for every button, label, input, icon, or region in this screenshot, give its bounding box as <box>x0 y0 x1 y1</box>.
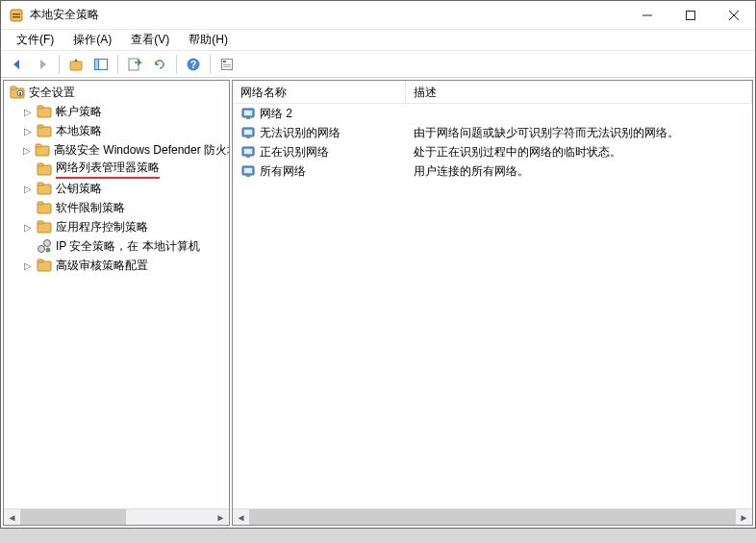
expand-icon[interactable]: ▷ <box>23 107 33 116</box>
window-title: 本地安全策略 <box>30 7 625 23</box>
svg-rect-22 <box>38 106 43 109</box>
scroll-left-icon[interactable]: ◄ <box>4 509 20 526</box>
no-expand <box>23 164 33 174</box>
svg-point-38 <box>46 248 51 253</box>
export-button[interactable] <box>124 54 145 75</box>
list-row[interactable]: 所有网络用户连接的所有网络。 <box>233 161 752 181</box>
no-expand <box>23 241 33 251</box>
tree-item[interactable]: IP 安全策略，在 本地计算机 <box>4 236 229 256</box>
expand-icon[interactable]: ▷ <box>23 222 33 232</box>
svg-rect-51 <box>246 175 250 177</box>
folder-icon <box>37 219 52 234</box>
tree-item-label: 高级审核策略配置 <box>56 258 148 274</box>
separator <box>210 55 211 74</box>
scrollbar-thumb[interactable] <box>20 509 126 526</box>
svg-line-37 <box>43 245 45 247</box>
tree[interactable]: 安全设置 ▷帐户策略▷本地策略▷高级安全 Windows Defender 防火… <box>4 81 229 508</box>
expand-icon[interactable]: ▷ <box>23 145 31 155</box>
tree-item-label: 本地策略 <box>56 123 102 139</box>
svg-rect-18 <box>11 86 16 89</box>
svg-rect-46 <box>244 130 252 135</box>
network-desc: 由于网络问题或缺少可识别字符而无法识别的网络。 <box>406 123 752 143</box>
menu-action[interactable]: 操作(A) <box>63 29 121 51</box>
svg-rect-14 <box>223 61 226 62</box>
menu-file[interactable]: 文件(F) <box>7 29 63 51</box>
app-icon <box>9 8 24 23</box>
network-name: 无法识别的网络 <box>260 125 340 141</box>
maximize-button[interactable] <box>668 1 712 29</box>
separator <box>117 55 118 74</box>
properties-button[interactable] <box>216 54 238 75</box>
tree-item[interactable]: ▷高级安全 Windows Defender 防火墙 <box>4 140 229 160</box>
svg-rect-49 <box>244 149 252 154</box>
tree-item[interactable]: ▷公钥策略 <box>4 179 229 198</box>
network-icon <box>240 106 256 121</box>
no-expand <box>23 203 33 212</box>
list-row[interactable]: 无法识别的网络由于网络问题或缺少可识别字符而无法识别的网络。 <box>233 123 752 142</box>
folder-icon <box>37 161 52 177</box>
list-row[interactable]: 网络 2 <box>233 104 752 123</box>
svg-rect-45 <box>246 136 250 138</box>
svg-rect-24 <box>38 125 43 128</box>
expand-icon[interactable]: ▷ <box>23 184 33 193</box>
refresh-button[interactable] <box>149 54 170 75</box>
scroll-left-icon[interactable]: ◄ <box>233 509 249 526</box>
expand-icon[interactable]: ▷ <box>23 260 33 270</box>
tree-item-label: 高级安全 Windows Defender 防火墙 <box>54 142 229 159</box>
separator <box>59 55 60 74</box>
tree-item[interactable]: ▷本地策略 <box>4 121 229 140</box>
minimize-button[interactable] <box>625 1 668 29</box>
close-button[interactable] <box>712 1 755 29</box>
folder-icon <box>35 142 50 158</box>
content-area: 安全设置 ▷帐户策略▷本地策略▷高级安全 Windows Defender 防火… <box>1 78 755 528</box>
column-network-name[interactable]: 网络名称 <box>233 81 406 103</box>
network-desc: 用户连接的所有网络。 <box>406 161 752 182</box>
tree-item[interactable]: 网络列表管理器策略 <box>4 160 229 179</box>
back-button[interactable] <box>7 54 28 75</box>
column-description[interactable]: 描述 <box>406 81 752 103</box>
forward-button[interactable] <box>32 54 53 75</box>
show-hide-tree-button[interactable] <box>90 54 112 75</box>
main-window: 本地安全策略 文件(F) 操作(A) 查看(V) 帮助(H) <box>0 0 756 529</box>
svg-rect-2 <box>13 16 20 18</box>
scrollbar-thumb[interactable] <box>249 509 736 526</box>
folder-icon <box>37 104 52 119</box>
svg-rect-1 <box>13 13 20 15</box>
network-icon <box>240 163 256 179</box>
tree-scrollbar[interactable]: ◄ ► <box>4 508 229 525</box>
tree-item-label: 软件限制策略 <box>56 200 125 216</box>
list-row[interactable]: 正在识别网络处于正在识别过程中的网络的临时状态。 <box>233 142 752 161</box>
separator <box>176 55 177 74</box>
svg-rect-48 <box>246 156 250 158</box>
tree-root-label: 安全设置 <box>29 85 75 101</box>
svg-rect-9 <box>95 59 99 69</box>
network-icon <box>240 125 256 140</box>
svg-rect-52 <box>244 168 252 173</box>
tree-item[interactable]: ▷高级审核策略配置 <box>4 256 229 275</box>
scroll-right-icon[interactable]: ► <box>213 509 229 526</box>
toolbar: ? <box>1 51 755 78</box>
help-button[interactable]: ? <box>183 54 204 75</box>
list-body[interactable]: 网络 2无法识别的网络由于网络问题或缺少可识别字符而无法识别的网络。正在识别网络… <box>233 104 752 508</box>
svg-rect-28 <box>38 163 43 166</box>
menu-view[interactable]: 查看(V) <box>121 29 179 51</box>
tree-item[interactable]: ▷应用程序控制策略 <box>4 217 229 236</box>
up-button[interactable] <box>65 54 87 75</box>
svg-rect-20 <box>19 92 21 95</box>
menu-help[interactable]: 帮助(H) <box>179 29 238 51</box>
list-scrollbar[interactable]: ◄ ► <box>233 508 752 525</box>
expand-icon[interactable]: ▷ <box>23 126 33 136</box>
tree-item-label: IP 安全策略，在 本地计算机 <box>56 238 200 255</box>
svg-rect-40 <box>38 259 43 262</box>
svg-rect-16 <box>223 66 231 67</box>
svg-rect-30 <box>38 183 43 185</box>
tree-item[interactable]: ▷帐户策略 <box>4 102 229 121</box>
network-name: 正在识别网络 <box>260 144 329 160</box>
titlebar[interactable]: 本地安全策略 <box>1 1 755 30</box>
tree-root[interactable]: 安全设置 <box>4 83 229 102</box>
tree-panel: 安全设置 ▷帐户策略▷本地策略▷高级安全 Windows Defender 防火… <box>3 80 230 526</box>
menubar: 文件(F) 操作(A) 查看(V) 帮助(H) <box>1 30 755 51</box>
scroll-right-icon[interactable]: ► <box>736 509 752 526</box>
list-header: 网络名称 描述 <box>233 81 752 104</box>
tree-item[interactable]: 软件限制策略 <box>4 198 229 217</box>
